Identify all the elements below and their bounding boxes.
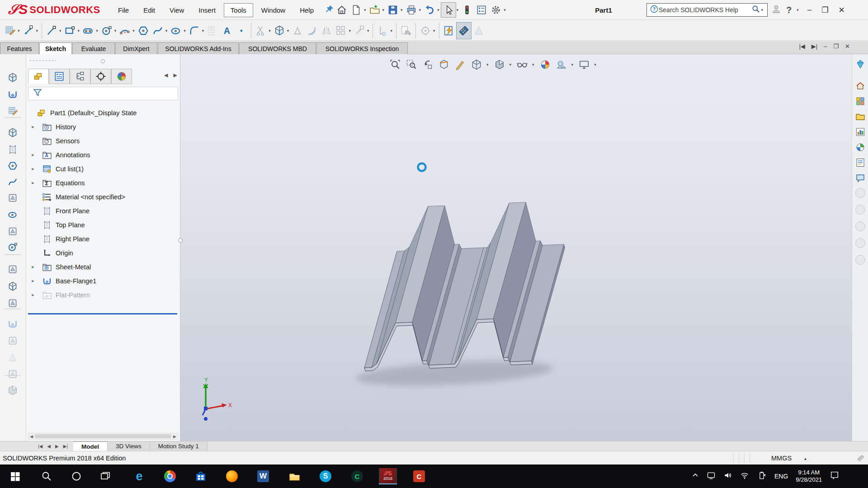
- tree-item-label[interactable]: Top Plane: [56, 221, 85, 229]
- tree-item-cut-list-1-[interactable]: ▸ Cut list(1): [26, 162, 180, 176]
- help-button[interactable]: ?: [786, 5, 792, 15]
- tree-item-sensors[interactable]: Sensors: [26, 134, 180, 148]
- doc-close-button[interactable]: ✕: [845, 43, 850, 50]
- expand-arrow[interactable]: ▸: [30, 124, 36, 130]
- help-search-box[interactable]: ? ▾: [646, 3, 768, 17]
- tab-last-arrow[interactable]: ▶|: [61, 444, 70, 449]
- tab-solidworks-inspection[interactable]: SOLIDWORKS Inspection: [316, 42, 408, 54]
- tree-item-label[interactable]: Sensors: [56, 137, 80, 145]
- custom-properties-icon[interactable]: [854, 156, 867, 169]
- taskbar-start-button[interactable]: [6, 468, 24, 484]
- corner-rectangle-dropdown-caret[interactable]: ▾: [78, 28, 80, 33]
- tray-clock[interactable]: 9:14 AM9/28/2021: [796, 469, 822, 483]
- pane-right-icon[interactable]: ▶|: [811, 43, 817, 50]
- line-dropdown-caret[interactable]: ▾: [59, 28, 61, 33]
- expand-arrow[interactable]: ▸: [30, 278, 36, 284]
- expand-arrow[interactable]: ▸: [30, 152, 36, 158]
- minimize-button[interactable]: –: [805, 5, 814, 14]
- open-dropdown-caret[interactable]: ▾: [382, 8, 385, 12]
- feature-tool-11-icon[interactable]: [5, 240, 20, 254]
- bottom-tab-3d-views[interactable]: 3D Views: [108, 441, 150, 451]
- search-input[interactable]: [659, 6, 751, 14]
- linear-pattern-dropdown-caret[interactable]: ▾: [349, 28, 351, 33]
- feature-tool-8-icon[interactable]: [5, 191, 20, 205]
- feature-tool-2-icon[interactable]: [5, 87, 20, 102]
- tab-sketch[interactable]: Sketch: [39, 42, 72, 55]
- close-button[interactable]: ✕: [835, 5, 847, 15]
- sketch-button[interactable]: [3, 22, 17, 39]
- repair-sketch-button[interactable]: [399, 22, 413, 39]
- ellipse-button[interactable]: [169, 22, 183, 39]
- tree-item-top-plane[interactable]: Top Plane: [26, 218, 180, 232]
- menu-view[interactable]: View: [163, 4, 190, 17]
- feature-tool-5-icon[interactable]: [5, 142, 20, 157]
- forum-icon[interactable]: [854, 172, 867, 184]
- tree-item-label[interactable]: Front Plane: [56, 207, 90, 215]
- line-button[interactable]: [44, 22, 59, 39]
- doc-minimize-button[interactable]: –: [824, 43, 827, 50]
- print-dropdown-caret[interactable]: ▾: [419, 8, 421, 12]
- panel-tab-property-manager[interactable]: [49, 69, 70, 84]
- tree-item-front-plane[interactable]: Front Plane: [26, 204, 180, 218]
- menu-tools[interactable]: Tools: [224, 3, 253, 17]
- home-button[interactable]: [335, 2, 349, 18]
- tab-evaluate[interactable]: Evaluate: [72, 42, 115, 54]
- panel-tab-dimxpert-manager[interactable]: [90, 69, 111, 84]
- undo-button[interactable]: [422, 2, 437, 18]
- tree-item-label[interactable]: Flat-Pattern: [56, 291, 90, 299]
- tree-item-label[interactable]: Annotations: [56, 151, 90, 159]
- select-cursor-button[interactable]: [441, 2, 456, 18]
- tree-item-history[interactable]: ▸ History: [26, 120, 180, 134]
- panel-splitter-knob[interactable]: [178, 238, 183, 243]
- print-button[interactable]: [404, 2, 419, 18]
- task-pane-collapsed-button[interactable]: [855, 255, 865, 265]
- expand-arrow[interactable]: ▸: [30, 166, 36, 172]
- polygon-button[interactable]: [136, 22, 151, 39]
- tab-next-arrow[interactable]: ▶: [53, 444, 61, 449]
- taskbar-store-app[interactable]: [192, 468, 210, 484]
- notification-center-icon[interactable]: [830, 470, 840, 482]
- feature-tool-3-icon[interactable]: [5, 104, 20, 118]
- feature-tool-10-icon[interactable]: [5, 224, 20, 239]
- panel-tab-configuration-manager[interactable]: [70, 69, 90, 84]
- magnifier-icon[interactable]: [751, 5, 760, 15]
- circle-button[interactable]: [99, 22, 114, 39]
- display-relations-dropdown-caret[interactable]: ▾: [390, 28, 392, 33]
- tree-item-label[interactable]: Cut list(1): [56, 165, 84, 173]
- rollback-bar[interactable]: [28, 313, 177, 314]
- move-entities-dropdown-caret[interactable]: ▾: [367, 28, 369, 33]
- trim-entities-button[interactable]: [254, 22, 268, 39]
- point-button[interactable]: [234, 22, 249, 39]
- convert-entities-button[interactable]: [272, 22, 287, 39]
- feature-tool-7-icon[interactable]: [5, 175, 20, 189]
- tab-solidworks-add-ins[interactable]: SOLIDWORKS Add-Ins: [158, 42, 239, 54]
- straight-slot-dropdown-caret[interactable]: ▾: [96, 28, 98, 33]
- taskbar-edge-app[interactable]: e: [130, 468, 148, 484]
- pin-icon[interactable]: [325, 4, 335, 16]
- tree-item-label[interactable]: Base-Flange1: [56, 277, 96, 285]
- file-explorer-icon[interactable]: [854, 110, 867, 123]
- spline-dropdown-caret[interactable]: ▾: [165, 28, 168, 33]
- menu-file[interactable]: File: [112, 4, 135, 17]
- tree-root-label[interactable]: Part1 (Default<_Display State: [50, 109, 137, 117]
- solidworks-resources-icon[interactable]: [854, 80, 867, 92]
- menu-window[interactable]: Window: [255, 4, 292, 17]
- scrollbar-thumb[interactable]: [35, 434, 171, 438]
- selection-vertex-marker[interactable]: [418, 164, 426, 171]
- move-entities-button[interactable]: [352, 22, 367, 39]
- menu-edit[interactable]: Edit: [137, 4, 161, 17]
- sketch-dropdown-caret[interactable]: ▾: [18, 28, 20, 33]
- tree-root-part[interactable]: Part1 (Default<_Display State: [26, 106, 180, 120]
- rapid-sketch-button[interactable]: [442, 22, 456, 39]
- scroll-right-arrow[interactable]: ▶: [173, 434, 176, 439]
- tray-volume-icon[interactable]: [723, 471, 732, 482]
- tree-item-sheet-metal[interactable]: ▸ Sheet-Metal: [26, 260, 180, 274]
- feature-tool-17-icon[interactable]: [5, 350, 20, 365]
- tree-item-flat-pattern[interactable]: ▸ Flat-Pattern: [26, 288, 180, 302]
- tree-item-annotations[interactable]: ▸ A Annotations: [26, 148, 180, 162]
- text-button[interactable]: A: [220, 22, 234, 39]
- user-icon[interactable]: [771, 4, 782, 16]
- convert-entities-dropdown-caret[interactable]: ▾: [287, 28, 289, 33]
- tab-solidworks-mbd[interactable]: SOLIDWORKS MBD: [239, 42, 316, 54]
- tree-item-label[interactable]: Sheet-Metal: [56, 263, 91, 271]
